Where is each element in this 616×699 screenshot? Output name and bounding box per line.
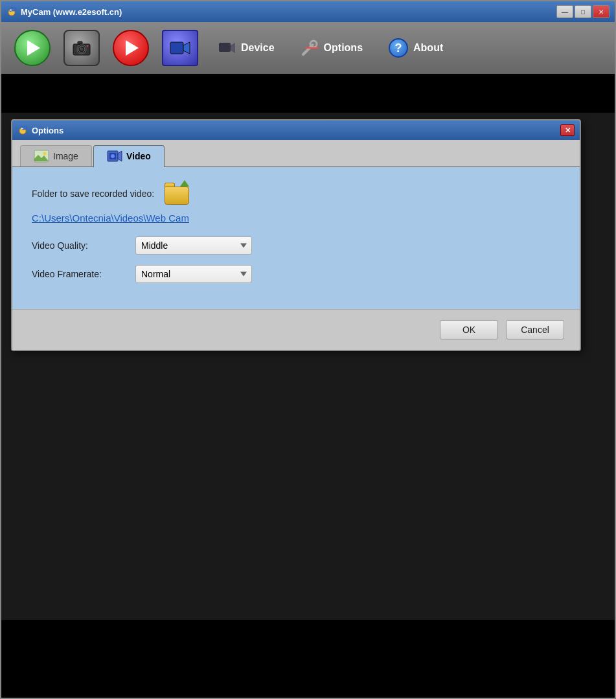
preview-area [1,74,615,113]
window-title: MyCam (www.e2esoft.cn) [21,7,122,17]
video-quality-label: Video Quality: [32,240,135,251]
bottom-preview-area [1,620,615,698]
folder-path[interactable]: C:\Users\Ontecnia\Videos\Web Cam [32,212,560,223]
dialog-title: Options [32,126,63,135]
dialog-close-button[interactable]: ✕ [560,124,575,136]
video-framerate-select-wrapper: Low Normal High [135,265,252,283]
folder-label: Folder to save recorded video: [32,189,154,199]
svg-point-24 [43,152,47,155]
title-bar-left: MyCam (www.e2esoft.cn) [6,6,122,17]
svg-rect-9 [78,41,82,44]
video-framerate-select[interactable]: Low Normal High [135,265,252,283]
tab-content-video: Folder to save recorded video: C:\Users\… [12,166,580,309]
image-tab-icon [34,150,49,163]
svg-rect-13 [219,43,231,52]
tab-image[interactable]: Image [20,145,92,166]
options-label: Options [324,42,363,54]
title-bar-buttons: — □ ✕ [556,5,610,18]
app-icon [6,6,17,17]
video-button[interactable] [162,30,198,66]
close-button[interactable]: ✕ [593,5,610,18]
record-button[interactable] [113,30,149,66]
about-label: About [413,42,443,54]
folder-body [165,187,189,205]
folder-row: Folder to save recorded video: [32,183,560,205]
video-framerate-row: Video Framerate: Low Normal High [32,265,560,283]
dialog-bottom: OK Cancel [12,309,580,350]
title-bar: MyCam (www.e2esoft.cn) — □ ✕ [1,1,615,22]
folder-arrow [180,180,189,187]
question-icon: ? [389,38,408,58]
video-icon [170,40,190,56]
minimize-button[interactable]: — [556,5,573,18]
tab-video[interactable]: Video [93,145,165,167]
dialog-backdrop: Options ✕ Image [1,113,615,620]
camera-icon [72,40,91,56]
tab-bar: Image Video [12,140,580,166]
svg-marker-14 [231,43,235,53]
wrench-icon [301,39,319,57]
video-quality-select-wrapper: Low Middle High [135,236,252,255]
dialog-title-bar: Options ✕ [12,120,580,140]
cancel-button[interactable]: Cancel [506,320,564,339]
video-quality-select[interactable]: Low Middle High [135,236,252,255]
video-quality-row: Video Quality: Low Middle High [32,236,560,255]
device-label: Device [241,42,275,54]
main-window: MyCam (www.e2esoft.cn) — □ ✕ [0,0,616,699]
device-icon [218,39,236,57]
dialog-icon [17,125,28,135]
video-tab-icon [107,150,122,163]
video-tab-label: Video [126,151,151,161]
svg-point-8 [80,47,81,49]
folder-icon[interactable] [165,183,190,205]
ok-button[interactable]: OK [440,320,498,339]
image-tab-label: Image [53,151,78,161]
svg-marker-12 [183,42,190,54]
about-menu[interactable]: ? About [382,34,450,62]
camera-button[interactable] [63,30,100,66]
play-button[interactable] [14,30,51,66]
dialog-title-left: Options [17,125,63,135]
svg-marker-26 [118,151,122,161]
maximize-button[interactable]: □ [575,5,591,18]
svg-point-28 [111,154,115,158]
options-dialog: Options ✕ Image [11,119,581,351]
video-framerate-label: Video Framerate: [32,269,135,279]
options-menu[interactable]: Options [294,35,369,61]
device-menu[interactable]: Device [211,35,281,61]
toolbar: Device Options ? About [1,22,615,74]
svg-rect-11 [170,42,183,54]
svg-point-10 [87,45,89,47]
